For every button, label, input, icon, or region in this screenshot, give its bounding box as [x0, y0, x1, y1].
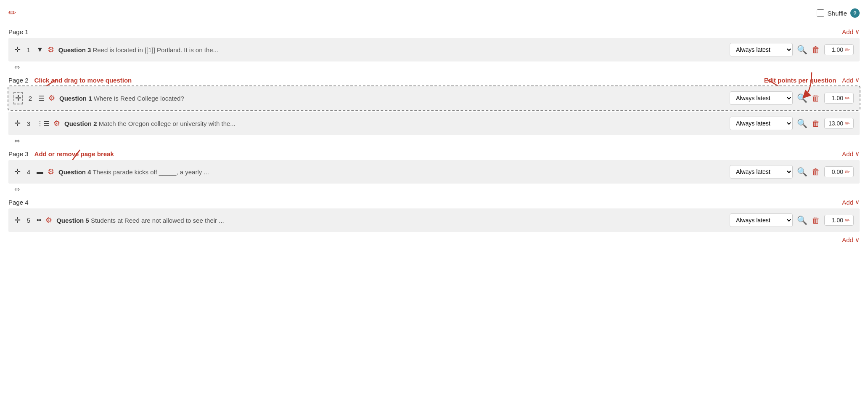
drag-handle-5[interactable]: ✛ [14, 216, 21, 225]
page-break-icon-3[interactable]: ⇔ [8, 185, 20, 193]
version-select-1[interactable]: Always latest Version 1 [730, 43, 793, 56]
question-number-1: 1 [25, 46, 32, 53]
question-type-icon-1: ▼ [37, 46, 43, 53]
annotation-page-break: Add or remove page break [34, 150, 114, 157]
question-type-icon-4: ▬ [37, 168, 43, 176]
points-edit-icon-5[interactable]: ✏ [845, 217, 850, 224]
drag-handle-4[interactable]: ✛ [14, 167, 21, 176]
question-type-icon-2: ☰ [38, 94, 44, 102]
page-4-title: Page 4 [8, 199, 29, 206]
question-type-icon-3: ⋮☰ [37, 120, 49, 128]
question-text-1: Question 3 Reed is located in [[1]] Port… [58, 46, 725, 53]
page-2-add-button[interactable]: Add ∨ [842, 76, 860, 84]
question-number-3: 3 [25, 120, 32, 127]
question-type-icon-5: •• [37, 216, 41, 224]
gear-icon-4[interactable]: ⚙ [48, 167, 54, 176]
bottom-add-button[interactable]: Add ∨ [842, 236, 860, 244]
search-icon-btn-4[interactable]: 🔍 [797, 167, 807, 177]
page-section-3: Page 3 Add or remove page break Add ∨ ✛ … [8, 146, 860, 184]
question-row-5: ✛ 5 •• ⚙ Question 5 Students at Reed are… [8, 208, 860, 232]
question-number-2: 2 [26, 95, 34, 102]
delete-icon-btn-1[interactable]: 🗑 [812, 45, 820, 55]
points-box-2: 1.00 ✏ [824, 93, 854, 104]
page-section-1: Page 1 Add ∨ ✛ 1 ▼ ⚙ Question 3 Reed is … [8, 24, 860, 61]
gear-icon-1[interactable]: ⚙ [48, 45, 54, 54]
points-box-1: 1.00 ✏ [824, 44, 854, 55]
annotation-edit-points: Edit points per question [764, 77, 836, 84]
points-value-1: 1.00 [832, 46, 843, 53]
help-icon[interactable]: ? [850, 8, 860, 18]
question-number-5: 5 [25, 217, 32, 224]
page-3-header: Page 3 Add or remove page break Add ∨ [8, 146, 860, 160]
points-edit-icon-4[interactable]: ✏ [845, 168, 850, 175]
question-row-3: ✛ 3 ⋮☰ ⚙ Question 2 Match the Oregon col… [8, 112, 860, 135]
page-section-4: Page 4 Add ∨ ✛ 5 •• ⚙ Question 5 Student… [8, 194, 860, 232]
page-3-add-button[interactable]: Add ∨ [842, 150, 860, 157]
edit-pencil-icon[interactable]: ✏ [8, 8, 16, 19]
search-icon-btn-1[interactable]: 🔍 [797, 45, 807, 55]
page-break-icon-1[interactable]: ⇔ [8, 63, 20, 71]
question-number-4: 4 [25, 168, 32, 176]
gear-icon-3[interactable]: ⚙ [53, 119, 60, 128]
version-select-3[interactable]: Always latest Version 1 [730, 117, 793, 130]
bottom-add-row: Add ∨ [8, 233, 860, 247]
search-icon-btn-5[interactable]: 🔍 [797, 215, 807, 225]
annotation-drag: Click and drag to move question [34, 77, 132, 84]
points-value-4: 0.00 [832, 168, 843, 175]
page-3-title: Page 3 [8, 150, 29, 157]
page-1-header: Page 1 Add ∨ [8, 24, 860, 38]
points-box-5: 1.00 ✏ [824, 215, 854, 226]
search-icon-btn-3[interactable]: 🔍 [797, 118, 807, 128]
page-break-after-3: ⇔ [8, 184, 860, 194]
question-text-5: Question 5 Students at Reed are not allo… [56, 217, 725, 224]
page-2-header: Page 2 Click and drag to move question E… [8, 72, 860, 86]
points-edit-icon-1[interactable]: ✏ [845, 46, 850, 53]
question-row-2: ✛ 2 ☰ ⚙ Question 1 Where is Reed College… [8, 86, 860, 110]
page-4-header: Page 4 Add ∨ [8, 194, 860, 208]
drag-handle-3[interactable]: ✛ [14, 119, 21, 128]
top-bar: ✏ Shuffle ? [8, 4, 860, 24]
drag-handle-2[interactable]: ✛ [14, 93, 22, 104]
points-box-4: 0.00 ✏ [824, 166, 854, 177]
version-select-4[interactable]: Always latest Version 1 [730, 165, 793, 179]
shuffle-area: Shuffle ? [817, 8, 860, 18]
page-1-add-button[interactable]: Add ∨ [842, 28, 860, 35]
points-value-2: 1.00 [832, 95, 843, 101]
question-text-4: Question 4 Thesis parade kicks off _____… [58, 168, 725, 176]
version-select-2[interactable]: Always latest Version 1 [730, 91, 793, 105]
delete-icon-btn-5[interactable]: 🗑 [812, 216, 820, 225]
search-icon-btn-2[interactable]: 🔍 [797, 93, 807, 103]
page-break-after-2: ⇔ [8, 136, 860, 146]
question-row-4: ✛ 4 ▬ ⚙ Question 4 Thesis parade kicks o… [8, 160, 860, 184]
page-1-title: Page 1 [8, 28, 29, 35]
points-value-5: 1.00 [832, 217, 843, 224]
shuffle-checkbox[interactable] [817, 9, 824, 17]
question-text-2: Question 1 Where is Reed College located… [59, 95, 725, 102]
page-section-2: Page 2 Click and drag to move question E… [8, 72, 860, 135]
question-row-1: ✛ 1 ▼ ⚙ Question 3 Reed is located in [[… [8, 38, 860, 61]
gear-icon-5[interactable]: ⚙ [45, 216, 52, 225]
delete-icon-btn-2[interactable]: 🗑 [812, 93, 820, 103]
page-break-icon-2[interactable]: ⇔ [8, 137, 20, 145]
version-select-5[interactable]: Always latest Version 1 [730, 213, 793, 227]
points-edit-icon-2[interactable]: ✏ [845, 95, 850, 101]
page-break-after-1: ⇔ [8, 62, 860, 72]
question-text-3: Question 2 Match the Oregon college or u… [64, 120, 725, 127]
page-4-add-button[interactable]: Add ∨ [842, 198, 860, 206]
gear-icon-2[interactable]: ⚙ [48, 93, 55, 103]
drag-handle-1[interactable]: ✛ [14, 45, 21, 54]
points-box-3: 13.00 ✏ [824, 118, 854, 129]
points-edit-icon-3[interactable]: ✏ [845, 120, 850, 127]
delete-icon-btn-3[interactable]: 🗑 [812, 119, 820, 128]
page-2-title: Page 2 [8, 77, 29, 84]
delete-icon-btn-4[interactable]: 🗑 [812, 167, 820, 177]
shuffle-label: Shuffle [828, 10, 847, 17]
points-value-3: 13.00 [828, 120, 843, 127]
